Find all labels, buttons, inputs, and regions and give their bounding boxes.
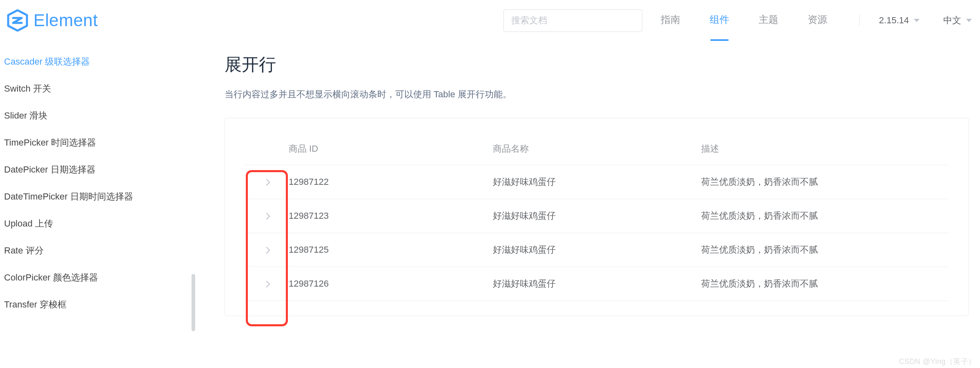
- expand-toggle-icon[interactable]: [263, 247, 270, 254]
- main-content: 展开行 当行内容过多并且不想显示横向滚动条时，可以使用 Table 展开行功能。…: [196, 41, 980, 318]
- expand-toggle-icon[interactable]: [263, 281, 270, 288]
- chevron-down-icon: [966, 19, 972, 22]
- divider: [859, 14, 860, 27]
- search-placeholder: 搜索文档: [511, 14, 547, 27]
- brand-logo[interactable]: Element: [7, 9, 98, 31]
- sidebar-item-switch[interactable]: Switch 开关: [4, 75, 196, 102]
- version-selector[interactable]: 2.15.14: [879, 15, 920, 26]
- cell-name: 好滋好味鸡蛋仔: [493, 165, 701, 199]
- sidebar-item-colorpicker[interactable]: ColorPicker 颜色选择器: [4, 264, 196, 291]
- data-table: 商品 ID 商品名称 描述 12987122 好滋好味鸡蛋仔 荷兰优质淡奶，奶香…: [245, 133, 949, 301]
- nav-guide[interactable]: 指南: [661, 13, 680, 28]
- sidebar-item-cascader[interactable]: Cascader 级联选择器: [4, 48, 196, 75]
- cell-desc: 荷兰优质淡奶，奶香浓而不腻: [701, 165, 949, 199]
- brand-name: Element: [33, 11, 98, 30]
- table-row: 12987123 好滋好味鸡蛋仔 荷兰优质淡奶，奶香浓而不腻: [245, 199, 949, 233]
- cell-id: 12987125: [289, 233, 493, 267]
- chevron-down-icon: [914, 19, 920, 22]
- header-name: 商品名称: [493, 133, 701, 165]
- expand-toggle-icon[interactable]: [263, 213, 270, 220]
- version-label: 2.15.14: [879, 15, 909, 26]
- sidebar-item-rate[interactable]: Rate 评分: [4, 237, 196, 264]
- table-row: 12987125 好滋好味鸡蛋仔 荷兰优质淡奶，奶香浓而不腻: [245, 233, 949, 267]
- cell-desc: 荷兰优质淡奶，奶香浓而不腻: [701, 233, 949, 267]
- search-input[interactable]: 搜索文档: [503, 9, 642, 32]
- sidebar-item-datetimepicker[interactable]: DateTimePicker 日期时间选择器: [4, 183, 196, 210]
- expand-toggle-icon[interactable]: [263, 179, 270, 186]
- demo-container: 商品 ID 商品名称 描述 12987122 好滋好味鸡蛋仔 荷兰优质淡奶，奶香…: [225, 118, 969, 316]
- cell-desc: 荷兰优质淡奶，奶香浓而不腻: [701, 199, 949, 233]
- table-header-row: 商品 ID 商品名称 描述: [245, 133, 949, 165]
- sidebar: Cascader 级联选择器 Switch 开关 Slider 滑块 TimeP…: [0, 41, 196, 318]
- cell-desc: 荷兰优质淡奶，奶香浓而不腻: [701, 267, 949, 301]
- section-title: 展开行: [225, 53, 969, 76]
- sidebar-item-transfer[interactable]: Transfer 穿梭框: [4, 291, 196, 318]
- cell-id: 12987122: [289, 165, 493, 199]
- language-label: 中文: [943, 14, 961, 27]
- cell-name: 好滋好味鸡蛋仔: [493, 199, 701, 233]
- section-description: 当行内容过多并且不想显示横向滚动条时，可以使用 Table 展开行功能。: [225, 88, 969, 101]
- sidebar-item-datepicker[interactable]: DatePicker 日期选择器: [4, 156, 196, 183]
- element-logo-icon: [7, 9, 29, 31]
- header-id: 商品 ID: [289, 133, 493, 165]
- nav-resource[interactable]: 资源: [808, 13, 827, 28]
- top-nav: 指南 组件 主题 资源: [661, 13, 827, 28]
- table-row: 12987122 好滋好味鸡蛋仔 荷兰优质淡奶，奶香浓而不腻: [245, 165, 949, 199]
- sidebar-item-slider[interactable]: Slider 滑块: [4, 102, 196, 129]
- header-desc: 描述: [701, 133, 949, 165]
- cell-name: 好滋好味鸡蛋仔: [493, 233, 701, 267]
- table-row: 12987126 好滋好味鸡蛋仔 荷兰优质淡奶，奶香浓而不腻: [245, 267, 949, 301]
- language-selector[interactable]: 中文: [943, 14, 972, 27]
- nav-component[interactable]: 组件: [710, 13, 729, 28]
- cell-id: 12987123: [289, 199, 493, 233]
- sidebar-item-upload[interactable]: Upload 上传: [4, 210, 196, 237]
- cell-name: 好滋好味鸡蛋仔: [493, 267, 701, 301]
- top-header: Element 搜索文档 指南 组件 主题 资源 2.15.14 中文: [0, 0, 980, 41]
- cell-id: 12987126: [289, 267, 493, 301]
- nav-theme[interactable]: 主题: [759, 13, 778, 28]
- watermark: CSDN @Ying（英子）: [899, 357, 976, 366]
- scrollbar-thumb[interactable]: [192, 274, 195, 331]
- sidebar-item-timepicker[interactable]: TimePicker 时间选择器: [4, 129, 196, 156]
